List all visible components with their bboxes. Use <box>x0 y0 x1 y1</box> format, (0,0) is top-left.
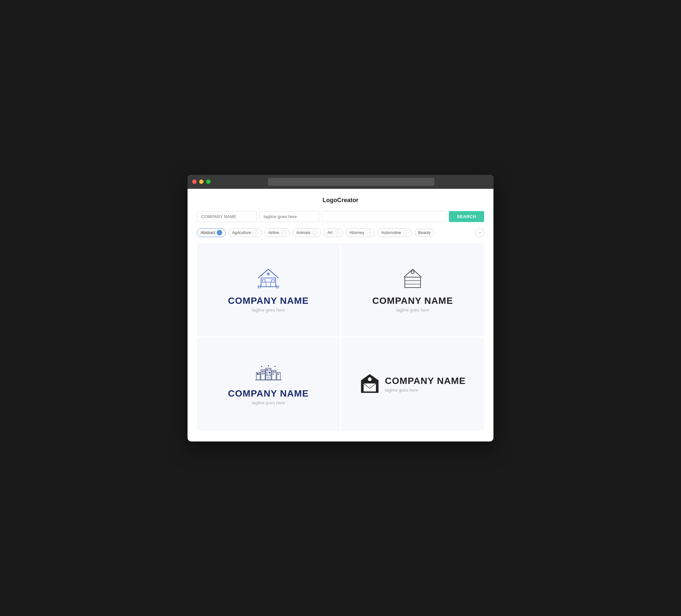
svg-rect-39 <box>273 374 274 375</box>
agriculture-check-icon: ✓ <box>253 230 258 235</box>
svg-rect-14 <box>405 277 420 288</box>
logo-2-company-name: COMPANY NAME <box>372 296 453 306</box>
svg-rect-30 <box>269 369 270 371</box>
close-button[interactable] <box>192 180 197 184</box>
logo-1-tagline: tagline goes here <box>252 308 285 312</box>
app-title: LogoCreator <box>197 197 484 204</box>
svg-rect-29 <box>266 369 268 371</box>
svg-rect-24 <box>262 371 263 372</box>
logo-3-tagline: tagline goes here <box>252 400 285 405</box>
svg-rect-33 <box>266 375 268 376</box>
logo-card-2[interactable]: COMPANY NAME tagline goes here <box>341 243 484 336</box>
logo-3-company-name: COMPANY NAME <box>228 388 309 399</box>
svg-rect-23 <box>261 370 266 380</box>
minimize-button[interactable] <box>199 180 203 184</box>
svg-rect-21 <box>257 374 258 375</box>
category-art-label: Art <box>327 230 332 235</box>
main-search-input[interactable] <box>322 211 446 222</box>
search-button[interactable]: SEARCH <box>449 211 484 222</box>
category-animals[interactable]: Animals ✓ <box>293 228 321 237</box>
logo-4-tagline: tagline goes here <box>385 388 466 393</box>
svg-rect-31 <box>266 372 268 373</box>
svg-rect-41 <box>278 374 279 375</box>
category-beauty[interactable]: Beauty <box>415 229 434 237</box>
svg-rect-38 <box>274 371 275 372</box>
browser-window: LogoCreator SEARCH Abstract ✓ Agricultur… <box>187 175 494 441</box>
logo-icon-house <box>255 267 282 291</box>
svg-rect-5 <box>262 280 266 283</box>
svg-rect-27 <box>263 373 264 374</box>
category-animals-label: Animals <box>296 230 310 235</box>
category-agriculture[interactable]: Agriculture ✓ <box>228 228 262 237</box>
category-airline[interactable]: Airline ✓ <box>264 228 289 237</box>
svg-point-13 <box>411 271 414 274</box>
search-bar: SEARCH <box>197 211 484 222</box>
category-automotive-label: Automotive <box>381 230 401 235</box>
svg-rect-32 <box>269 372 270 373</box>
categories-bar: Abstract ✓ Agriculture ✓ Airline ✓ Anima… <box>197 228 484 237</box>
svg-rect-34 <box>269 375 270 376</box>
category-art[interactable]: Art ✓ <box>324 228 343 237</box>
svg-rect-26 <box>262 373 263 374</box>
category-abstract[interactable]: Abstract ✓ <box>197 228 226 237</box>
airline-check-icon: ✓ <box>281 230 286 235</box>
logo-icon-envelope-house <box>360 374 380 395</box>
category-automotive[interactable]: Automotive ✓ <box>377 228 412 237</box>
category-attorney[interactable]: Attorney ✓ <box>346 228 375 237</box>
svg-rect-1 <box>266 282 271 287</box>
abstract-check-icon: ✓ <box>217 230 222 235</box>
maximize-button[interactable] <box>206 180 210 184</box>
art-check-icon: ✓ <box>334 230 339 235</box>
attorney-check-icon: ✓ <box>366 230 371 235</box>
logo-grid: COMPANY NAME tagline goes here <box>197 243 484 431</box>
category-beauty-label: Beauty <box>418 230 431 235</box>
category-airline-label: Airline <box>268 230 279 235</box>
logo-4-company-name: COMPANY NAME <box>385 376 466 386</box>
logo-4-text-block: COMPANY NAME tagline goes here <box>385 376 466 393</box>
address-bar[interactable] <box>268 178 434 186</box>
animals-check-icon: ✓ <box>312 230 317 235</box>
logo-1-company-name: COMPANY NAME <box>228 296 309 306</box>
logo-icon-garage <box>399 267 426 291</box>
svg-rect-22 <box>259 374 260 375</box>
company-name-input[interactable] <box>197 211 257 222</box>
automotive-check-icon: ✓ <box>403 230 408 235</box>
svg-rect-35 <box>268 378 269 380</box>
svg-point-44 <box>368 377 372 381</box>
logo-card-4[interactable]: COMPANY NAME tagline goes here <box>341 338 484 431</box>
svg-rect-37 <box>273 371 274 372</box>
logo-card-3[interactable]: COMPANY NAME tagline goes here <box>197 338 340 431</box>
svg-rect-6 <box>272 280 275 283</box>
logo-icon-city <box>255 363 282 384</box>
logo-2-tagline: tagline goes here <box>396 308 429 312</box>
app-content: LogoCreator SEARCH Abstract ✓ Agricultur… <box>187 189 494 441</box>
svg-rect-25 <box>263 371 264 372</box>
categories-next-arrow[interactable]: → <box>475 228 484 237</box>
svg-point-17 <box>261 366 262 367</box>
category-abstract-label: Abstract <box>201 230 215 235</box>
svg-point-18 <box>268 365 269 366</box>
category-agriculture-label: Agriculture <box>232 230 251 235</box>
logo-card-1[interactable]: COMPANY NAME tagline goes here <box>197 243 340 336</box>
svg-point-19 <box>274 366 275 367</box>
svg-rect-36 <box>272 370 276 380</box>
tagline-input[interactable] <box>259 211 319 222</box>
browser-titlebar <box>187 175 494 189</box>
category-attorney-label: Attorney <box>350 230 364 235</box>
